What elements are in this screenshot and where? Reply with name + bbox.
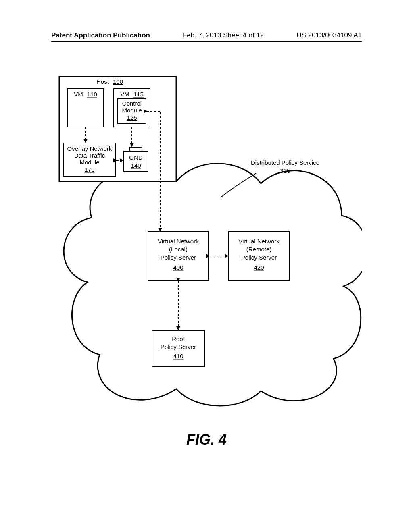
host-title: Host 100	[96, 78, 123, 85]
vn-remote-l3: Policy Server	[241, 254, 277, 261]
control-module-l1: Control	[122, 100, 142, 107]
header-right: US 2013/0034109 A1	[296, 31, 362, 39]
header-rule	[51, 41, 362, 42]
ond-ref: 140	[131, 162, 141, 169]
control-module-l2: Module	[122, 107, 142, 114]
overlay-l3: Module	[79, 159, 99, 166]
vm-110-box	[67, 89, 104, 127]
vn-local-l2: (Local)	[169, 246, 188, 253]
root-l2: Policy Server	[161, 343, 196, 350]
overlay-l2: Data Traffic	[74, 152, 105, 159]
ond-notch	[130, 147, 142, 151]
cloud-outline	[64, 164, 362, 406]
root-l1: Root	[172, 335, 185, 342]
figure-diagram: Host 100 VM 110 VM 115 Control Module 12…	[51, 73, 362, 407]
figure-caption: FIG. 4	[0, 431, 413, 448]
overlay-l1: Overlay Network	[67, 145, 112, 152]
dps-label-l2: 325	[280, 167, 290, 174]
patent-header: Patent Application Publication Feb. 7, 2…	[0, 31, 413, 39]
vn-local-l3: Policy Server	[161, 254, 196, 261]
vn-local-ref: 400	[173, 264, 183, 271]
header-mid: Feb. 7, 2013 Sheet 4 of 12	[183, 31, 264, 39]
vn-remote-l1: Virtual Network	[238, 238, 280, 245]
dps-label-l1: Distributed Policy Service	[251, 159, 319, 166]
overlay-ref: 170	[84, 166, 94, 173]
dps-leader	[221, 173, 256, 197]
vn-local-l1: Virtual Network	[158, 238, 199, 245]
root-ref: 410	[173, 353, 183, 360]
control-module-ref: 125	[127, 114, 137, 121]
vn-remote-ref: 420	[254, 264, 264, 271]
header-left: Patent Application Publication	[51, 31, 150, 39]
vn-remote-l2: (Remote)	[246, 246, 272, 253]
ond-title: OND	[129, 154, 143, 161]
